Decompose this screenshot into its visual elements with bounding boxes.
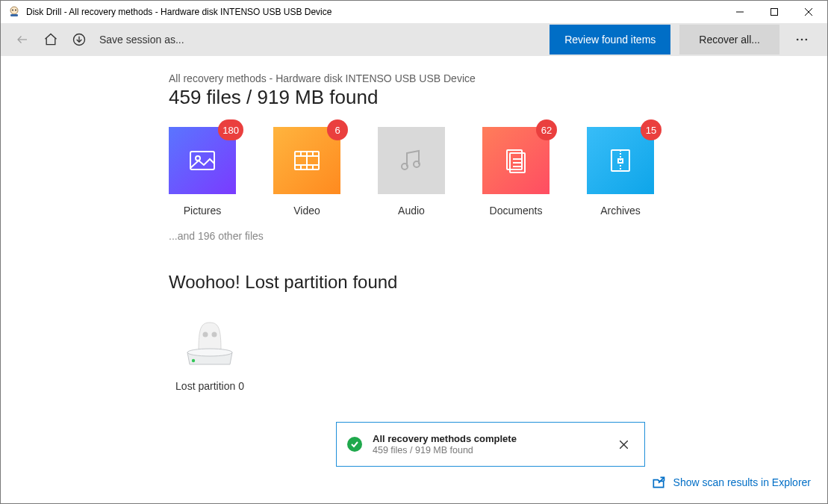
show-in-explorer-link[interactable]: Show scan results in Explorer [651,475,811,490]
audio-label: Audio [398,205,425,217]
video-icon [292,146,322,175]
partition-label: Lost partition 0 [175,380,244,392]
archives-label: Archives [600,205,641,217]
app-window: Disk Drill - All recovery methods - Hard… [0,0,828,504]
open-external-icon [651,475,666,490]
pictures-tile: 180 [169,127,236,194]
category-video[interactable]: 6 Video [273,127,340,217]
lost-partition-item[interactable]: Lost partition 0 [165,314,255,392]
toast-subtitle: 459 files / 919 MB found [373,445,517,455]
other-files-text: ...and 196 other files [169,230,812,242]
more-options-button[interactable] [785,25,818,55]
video-tile: 6 [273,127,340,194]
explorer-link-text: Show scan results in Explorer [673,476,811,488]
documents-tile: 62 [482,127,550,194]
audio-tile [378,127,445,194]
svg-point-38 [187,349,232,356]
category-pictures[interactable]: 180 Pictures [169,127,236,217]
svg-point-0 [10,7,18,14]
svg-point-37 [212,332,217,337]
documents-count-badge: 62 [536,119,557,140]
svg-point-13 [806,39,808,41]
breadcrumb: All recovery methods - Hardware disk INT… [169,72,812,84]
svg-point-11 [797,39,799,41]
svg-point-2 [15,10,16,11]
svg-point-39 [192,359,195,362]
results-headline: 459 files / 919 MB found [169,86,812,109]
svg-point-1 [12,10,13,11]
recover-label: Recover all... [699,34,760,46]
archives-tile: 15 [587,127,654,194]
close-button[interactable] [791,1,826,23]
category-audio[interactable]: Audio [378,127,445,217]
save-session-label[interactable]: Save session as... [99,34,184,46]
content-area: All recovery methods - Hardware disk INT… [1,56,827,503]
pictures-count-badge: 180 [218,119,243,140]
home-button[interactable] [38,27,63,52]
toast-title: All recovery methods complete [373,433,517,444]
pictures-label: Pictures [184,205,222,217]
toolbar: Save session as... Review found items Re… [1,23,827,56]
svg-rect-3 [10,14,18,16]
svg-point-15 [196,156,200,161]
pictures-icon [187,146,217,175]
archives-count-badge: 15 [641,119,662,140]
documents-icon [501,146,531,175]
recover-all-button[interactable]: Recover all... [679,25,779,55]
titlebar: Disk Drill - All recovery methods - Hard… [1,1,827,23]
back-button[interactable] [10,27,35,52]
category-archives[interactable]: 15 Archives [587,127,654,217]
review-label: Review found items [564,34,656,46]
maximize-button[interactable] [757,1,791,23]
video-count-badge: 6 [327,119,348,140]
review-found-items-button[interactable]: Review found items [550,25,670,55]
category-row: 180 Pictures 6 Video Audio [169,127,812,217]
svg-point-12 [801,39,803,41]
toast-close-button[interactable] [613,434,634,455]
lost-partition-icon [176,314,243,370]
partition-heading: Woohoo! Lost partition found [169,272,812,293]
completion-toast: All recovery methods complete 459 files … [336,422,645,467]
svg-rect-5 [771,9,778,16]
toast-text: All recovery methods complete 459 files … [373,433,517,455]
archives-icon [606,146,635,175]
minimize-button[interactable] [723,1,757,23]
documents-label: Documents [490,205,543,217]
audio-icon [396,146,426,175]
svg-rect-35 [618,159,623,163]
save-session-icon[interactable] [66,27,92,52]
video-label: Video [293,205,320,217]
window-title: Disk Drill - All recovery methods - Hard… [26,7,331,17]
category-documents[interactable]: 62 Documents [482,127,550,217]
success-icon [347,437,362,452]
app-icon [8,6,20,18]
svg-point-36 [203,332,208,337]
